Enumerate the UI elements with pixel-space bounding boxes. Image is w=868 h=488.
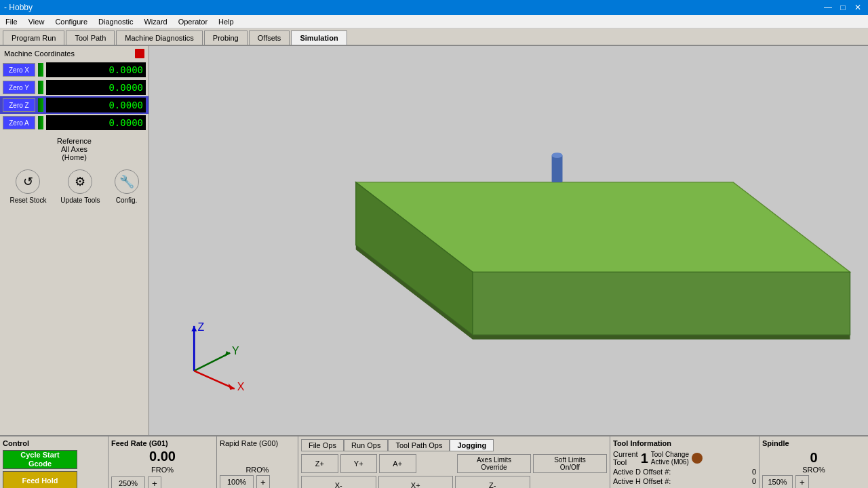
reference-section: ReferenceAll Axes(Home) — [0, 131, 149, 164]
coord-title: Machine Coordinates — [4, 49, 75, 58]
y-plus-button[interactable]: Y+ — [340, 454, 378, 473]
a-plus-button[interactable]: A+ — [379, 454, 416, 473]
tab-simulation[interactable]: Simulation — [291, 30, 347, 45]
rapid-rate-pct: RRO% — [220, 466, 295, 474]
coord-header: Machine Coordinates — [0, 46, 149, 61]
svg-text:Y: Y — [232, 345, 239, 357]
menu-configure[interactable]: Configure — [50, 16, 93, 27]
tool-current-row: CurrentTool 1 Tool ChangeActive (M06) — [613, 450, 756, 466]
spindle-pct: SRO% — [762, 466, 865, 474]
reset-stock-icon: ↺ — [16, 169, 40, 194]
x-plus-button[interactable]: X+ — [378, 476, 454, 488]
active-h-label: Active H Offset #: — [613, 477, 729, 485]
svg-marker-7 — [191, 326, 197, 331]
axis-row-y: Zero Y 0.0000 — [0, 79, 149, 96]
svg-marker-2 — [473, 272, 850, 335]
spindle-rate-row: + — [762, 475, 865, 488]
tab-run-ops[interactable]: Run Ops — [344, 439, 388, 451]
icons-row: ↺ Reset Stock ⚙ Update Tools 🔧 Config. — [0, 164, 149, 209]
config-icon: 🔧 — [115, 169, 139, 194]
feed-rate-value: 0.00 — [111, 449, 214, 464]
control-panels: Control Cycle StartGcode Feed Hold Stop … — [0, 436, 868, 488]
active-h-value: 0 — [729, 477, 756, 485]
active-h-offset-row: Active H Offset #: 0 — [613, 477, 756, 485]
feed-hold-button[interactable]: Feed Hold — [3, 471, 77, 488]
spindle-plus-button[interactable]: + — [795, 475, 809, 488]
reference-text: ReferenceAll Axes(Home) — [3, 137, 146, 161]
menu-operator[interactable]: Operator — [173, 16, 213, 27]
tool-info-label: Tool Information — [613, 439, 756, 447]
soft-limits-button[interactable]: Soft LimitsOn/Off — [533, 454, 607, 473]
viewport[interactable]: Z Y X — [149, 46, 868, 435]
jog-tabs: File Ops Run Ops Tool Path Ops Jogging — [301, 439, 607, 451]
tab-tool-path-ops[interactable]: Tool Path Ops — [388, 439, 450, 451]
left-panel: Machine Coordinates Zero X 0.0000 Zero Y… — [0, 46, 149, 435]
tab-program-run[interactable]: Program Run — [3, 30, 64, 45]
window-title: - Hobby — [4, 3, 33, 12]
update-tools-label: Update Tools — [60, 197, 100, 204]
svg-line-9 — [194, 353, 230, 371]
cycle-start-button[interactable]: Cycle StartGcode — [3, 450, 77, 469]
tab-tool-path[interactable]: Tool Path — [66, 30, 115, 45]
reset-stock-button[interactable]: ↺ Reset Stock — [9, 169, 46, 204]
close-button[interactable]: ✕ — [852, 1, 864, 14]
rapid-rate-row1: + — [220, 475, 295, 488]
axis-bar-y — [38, 81, 43, 94]
spindle-label: Spindle — [762, 439, 865, 447]
axis-value-y: 0.0000 — [46, 80, 146, 95]
config-label: Config. — [116, 197, 138, 204]
x-minus-button[interactable]: X- — [301, 476, 376, 488]
title-bar: - Hobby — □ ✕ — [0, 0, 868, 15]
feed-rate-label: Feed Rate (G01) — [111, 439, 214, 447]
feed-preset1-input[interactable] — [111, 476, 145, 488]
z-minus-button[interactable]: Z- — [455, 476, 530, 488]
zero-z-button[interactable]: Zero Z — [3, 98, 35, 112]
zero-y-button[interactable]: Zero Y — [3, 81, 35, 94]
tab-offsets[interactable]: Offsets — [249, 30, 290, 45]
rapid-rate-value — [220, 449, 295, 464]
spindle-panel: Spindle 0 SRO% + Spindle CW / Stop (M03)… — [760, 436, 868, 488]
axis-bar-z — [38, 98, 43, 112]
z-plus-button[interactable]: Z+ — [301, 454, 338, 473]
current-tool-value: 1 — [641, 451, 648, 466]
maximize-button[interactable]: □ — [837, 1, 849, 14]
svg-text:Z: Z — [198, 321, 205, 333]
zero-a-button[interactable]: Zero A — [3, 116, 35, 129]
tab-jogging[interactable]: Jogging — [450, 439, 494, 451]
svg-text:X: X — [237, 381, 245, 392]
menu-file[interactable]: File — [0, 16, 23, 27]
axis-bar-x — [38, 63, 43, 77]
svg-rect-4 — [552, 155, 563, 182]
feed-plus-button[interactable]: + — [148, 476, 161, 488]
feed-rate-pct: FRO% — [111, 466, 214, 474]
menu-wizard[interactable]: Wizard — [138, 16, 172, 27]
feed-rate-row1: + — [111, 476, 214, 488]
minimize-button[interactable]: — — [822, 1, 834, 14]
menu-help[interactable]: Help — [213, 16, 239, 27]
rapid-plus-button[interactable]: + — [256, 475, 270, 488]
menu-diagnostic[interactable]: Diagnostic — [93, 16, 138, 27]
jogging-panel: File Ops Run Ops Tool Path Ops Jogging Z… — [298, 436, 610, 488]
config-button[interactable]: 🔧 Config. — [115, 169, 139, 204]
axis-value-a: 0.0000 — [46, 115, 146, 130]
bottom-area: Control Cycle StartGcode Feed Hold Stop … — [0, 435, 868, 488]
menu-bar: File View Configure Diagnostic Wizard Op… — [0, 15, 868, 28]
axis-value-x: 0.0000 — [46, 62, 146, 77]
rapid-rate-panel: Rapid Rate (G00) RRO% + 50% 0% - — [217, 436, 298, 488]
reset-stock-label: Reset Stock — [9, 197, 46, 204]
axis-row-x: Zero X 0.0000 — [0, 61, 149, 79]
spindle-preset-input[interactable] — [762, 475, 793, 488]
active-d-value: 0 — [729, 468, 756, 476]
tab-bar: Program Run Tool Path Machine Diagnostic… — [0, 28, 868, 46]
tab-machine-diagnostics[interactable]: Machine Diagnostics — [116, 30, 203, 45]
axes-limits-override-button[interactable]: Axes LimitsOverride — [457, 454, 531, 473]
tab-probing[interactable]: Probing — [204, 30, 248, 45]
menu-view[interactable]: View — [23, 16, 50, 27]
current-tool-label: CurrentTool — [613, 450, 638, 466]
update-tools-button[interactable]: ⚙ Update Tools — [60, 169, 100, 204]
zero-x-button[interactable]: Zero X — [3, 63, 35, 77]
tab-file-ops[interactable]: File Ops — [301, 439, 344, 451]
axis-bar-a — [38, 116, 43, 129]
svg-marker-13 — [229, 384, 235, 390]
rapid-preset1-input[interactable] — [220, 475, 254, 488]
